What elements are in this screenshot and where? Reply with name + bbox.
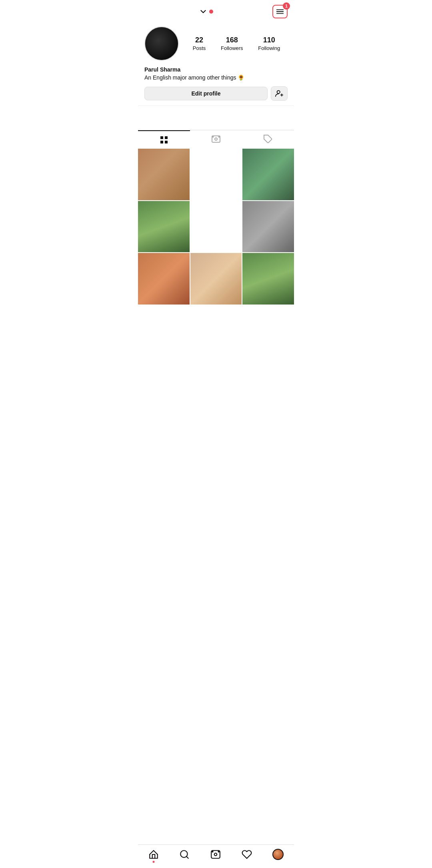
chevron-down-icon	[199, 7, 208, 16]
top-nav: 1	[138, 0, 294, 23]
posts-label: Posts	[193, 45, 206, 51]
notification-dot	[209, 10, 213, 14]
edit-profile-button[interactable]: Edit profile	[144, 87, 268, 100]
highlights-area	[138, 106, 294, 130]
profile-name: Parul Sharma	[144, 66, 288, 73]
svg-point-16	[213, 137, 214, 137]
following-stat[interactable]: 110 Following	[258, 36, 280, 51]
profile-header: 22 Posts 168 Followers 110 Following	[144, 26, 288, 61]
profile-section: 22 Posts 168 Followers 110 Following Par…	[138, 23, 294, 106]
svg-rect-12	[160, 141, 163, 143]
photo-cell[interactable]	[190, 149, 242, 200]
svg-point-15	[215, 138, 217, 140]
following-count: 110	[263, 36, 275, 44]
tab-grid[interactable]	[138, 130, 190, 149]
photo-cell[interactable]	[190, 253, 242, 305]
svg-point-17	[219, 137, 220, 137]
svg-rect-13	[165, 141, 168, 143]
followers-count: 168	[226, 36, 238, 44]
photo-cell[interactable]	[138, 253, 190, 305]
grid-tabs	[138, 130, 294, 149]
add-person-button[interactable]	[271, 86, 288, 101]
reels-icon	[211, 134, 221, 144]
grid-icon	[159, 135, 169, 145]
menu-button[interactable]: 1	[272, 5, 288, 18]
avatar[interactable]	[144, 26, 179, 61]
photo-cell[interactable]	[190, 201, 242, 253]
photo-cell[interactable]	[242, 149, 294, 200]
profile-bio: An English major among other things 🌻	[144, 74, 288, 81]
stats-row: 22 Posts 168 Followers 110 Following	[185, 36, 288, 51]
username-dropdown[interactable]	[199, 7, 213, 16]
posts-count: 22	[195, 36, 203, 44]
top-nav-right: 1	[268, 5, 288, 18]
svg-rect-10	[160, 136, 163, 139]
tag-icon	[263, 134, 273, 144]
following-label: Following	[258, 45, 280, 51]
photo-cell[interactable]	[138, 201, 190, 253]
photo-cell[interactable]	[242, 253, 294, 305]
photo-grid	[138, 149, 294, 305]
svg-point-7	[277, 91, 280, 94]
profile-actions: Edit profile	[144, 86, 288, 101]
posts-stat[interactable]: 22 Posts	[193, 36, 206, 51]
hamburger-icon	[276, 7, 284, 16]
add-person-icon	[275, 89, 284, 98]
tab-reels[interactable]	[190, 130, 242, 149]
photo-cell[interactable]	[242, 201, 294, 253]
photo-cell[interactable]	[138, 149, 190, 200]
followers-stat[interactable]: 168 Followers	[221, 36, 243, 51]
avatar-image	[145, 27, 178, 60]
menu-badge: 1	[283, 2, 290, 10]
tab-tagged[interactable]	[242, 130, 294, 149]
followers-label: Followers	[221, 45, 243, 51]
svg-rect-11	[165, 136, 168, 139]
